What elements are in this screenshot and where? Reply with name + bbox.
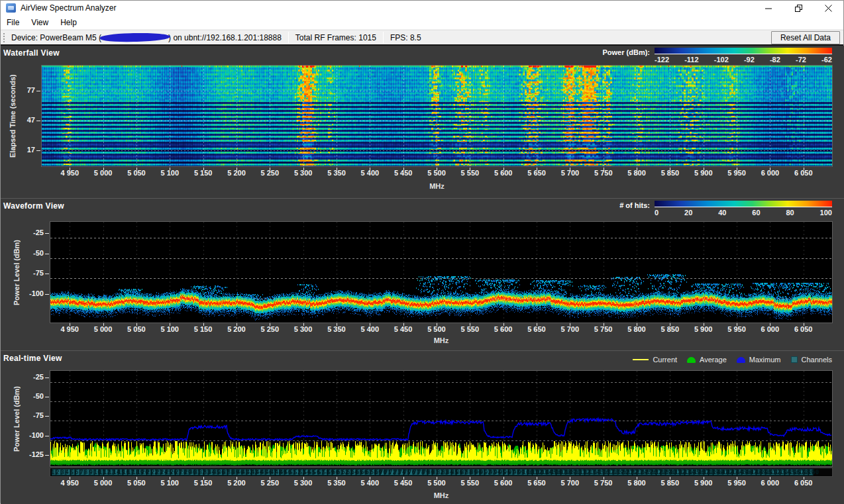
y-tick-label: 77 — [10, 86, 35, 94]
realtime-panel-title: Real-time View — [3, 354, 62, 363]
y-tick-label: -100 — [19, 431, 44, 439]
x-tick-label: 5 850 — [655, 325, 685, 333]
y-tick-label: -125 — [19, 450, 44, 458]
waveform-plot — [50, 222, 832, 323]
status-toolbar: Device: PowerBeam M5 () on ubnt://192.16… — [1, 30, 843, 46]
x-tick-label: 5 550 — [454, 169, 485, 177]
y-tick-mark — [45, 397, 49, 397]
menu-view[interactable]: View — [25, 16, 54, 29]
fps-indicator: FPS: 8.5 — [388, 33, 423, 42]
y-tick-mark — [36, 150, 40, 151]
x-tick-label: 5 600 — [488, 169, 519, 177]
x-tick-label: 5 500 — [421, 479, 452, 487]
menu-file[interactable]: File — [1, 16, 25, 29]
colorbar-tick-label: -62 — [821, 56, 832, 64]
power-colorbar-legend: Power (dBm): -122-112-102-92-82-72-62 — [603, 48, 833, 64]
toolbar-separator — [288, 32, 289, 43]
x-tick-label: 5 200 — [221, 169, 252, 177]
colorbar-tick-label: 20 — [684, 209, 692, 217]
x-tick-label: 5 850 — [655, 479, 685, 487]
toolbar-separator — [383, 32, 384, 43]
x-tick-label: 5 400 — [354, 479, 385, 487]
hits-colorbar-gradient — [655, 201, 832, 207]
x-tick-label: 5 700 — [554, 479, 585, 487]
x-tick-label: 5 350 — [321, 325, 352, 333]
menu-bar: File View Help — [1, 15, 843, 30]
legend-item-maximum: Maximum — [737, 356, 781, 364]
x-tick-label: 4 950 — [54, 169, 85, 177]
x-tick-label: 5 250 — [254, 479, 285, 487]
y-tick-mark — [45, 274, 49, 274]
colorbar-tick-label: 0 — [655, 209, 659, 217]
x-tick-label: 5 650 — [521, 479, 552, 487]
y-tick-label: 17 — [10, 146, 35, 154]
close-button[interactable] — [814, 1, 843, 15]
x-tick-label: 4 950 — [54, 325, 85, 333]
restore-button[interactable] — [784, 1, 814, 15]
waterfall-x-axis-label: MHz — [42, 182, 832, 190]
x-tick-label: 5 850 — [655, 169, 685, 177]
device-status-prefix: Device: PowerBeam M5 ( — [11, 33, 101, 42]
x-tick-label: 5 050 — [121, 479, 152, 487]
x-tick-label: 5 600 — [488, 325, 519, 333]
device-status: Device: PowerBeam M5 () on ubnt://192.16… — [9, 33, 284, 42]
y-tick-mark — [45, 254, 49, 254]
x-tick-label: 5 500 — [421, 169, 452, 177]
x-tick-label: 6 000 — [755, 479, 785, 487]
colorbar-tick-label: 100 — [820, 209, 832, 217]
x-tick-label: 6 050 — [788, 479, 819, 487]
x-tick-label: 6 050 — [788, 325, 819, 333]
hits-colorbar-label: # of hits: — [619, 201, 650, 209]
x-tick-label: 5 100 — [154, 479, 185, 487]
legend-label: Maximum — [749, 356, 781, 364]
x-tick-label: 5 350 — [321, 169, 352, 177]
colorbar-tick-label: -122 — [655, 56, 669, 64]
legend-swatch-line-icon — [633, 359, 649, 360]
power-colorbar-label: Power (dBm): — [603, 48, 651, 56]
reset-all-data-button[interactable]: Reset All Data — [771, 31, 840, 44]
x-tick-label: 5 350 — [321, 479, 352, 487]
legend-swatch-dome-icon — [737, 357, 745, 363]
y-tick-mark — [36, 121, 40, 121]
y-tick-label: 47 — [10, 116, 35, 124]
waveform-x-axis-label: MHz — [50, 336, 832, 344]
x-tick-label: 5 150 — [188, 479, 219, 487]
waterfall-plot — [42, 66, 832, 166]
realtime-legend: CurrentAverageMaximumChannels — [633, 356, 832, 364]
channel-strip — [50, 468, 832, 476]
x-tick-label: 5 250 — [254, 169, 285, 177]
realtime-plot — [50, 371, 832, 466]
x-tick-label: 5 950 — [721, 325, 752, 333]
x-tick-label: 5 050 — [121, 325, 152, 333]
legend-label: Channels — [802, 356, 832, 364]
x-tick-label: 5 500 — [421, 325, 452, 333]
y-tick-label: -100 — [19, 289, 44, 297]
x-tick-label: 5 000 — [88, 325, 119, 333]
redaction-scribble — [100, 32, 170, 43]
colorbar-tick-label: 60 — [752, 209, 760, 217]
menu-help[interactable]: Help — [54, 16, 83, 29]
x-tick-label: 5 800 — [621, 169, 652, 177]
hits-colorbar-legend: # of hits: 020406080100 — [619, 201, 832, 217]
x-tick-label: 4 950 — [54, 479, 85, 487]
x-tick-label: 5 550 — [454, 479, 485, 487]
title-bar: AirView Spectrum Analyzer — [1, 1, 843, 15]
x-tick-label: 5 400 — [354, 169, 385, 177]
minimize-icon — [765, 5, 772, 12]
x-tick-label: 5 650 — [521, 325, 552, 333]
waveform-panel-title: Waveform View — [3, 201, 64, 211]
x-tick-label: 5 300 — [288, 325, 319, 333]
x-tick-label: 5 450 — [388, 169, 419, 177]
x-tick-label: 5 900 — [688, 479, 719, 487]
x-tick-label: 5 700 — [554, 169, 585, 177]
x-tick-label: 5 750 — [588, 325, 619, 333]
legend-item-current: Current — [633, 356, 677, 364]
window-title: AirView Spectrum Analyzer — [21, 3, 117, 13]
close-icon — [825, 5, 832, 12]
colorbar-tick-label: -102 — [714, 56, 729, 64]
colorbar-tick-label: -112 — [684, 56, 698, 64]
x-tick-label: 5 950 — [721, 479, 752, 487]
y-tick-label: -50 — [19, 392, 44, 400]
y-tick-label: -25 — [19, 373, 44, 381]
minimize-button[interactable] — [754, 1, 784, 15]
